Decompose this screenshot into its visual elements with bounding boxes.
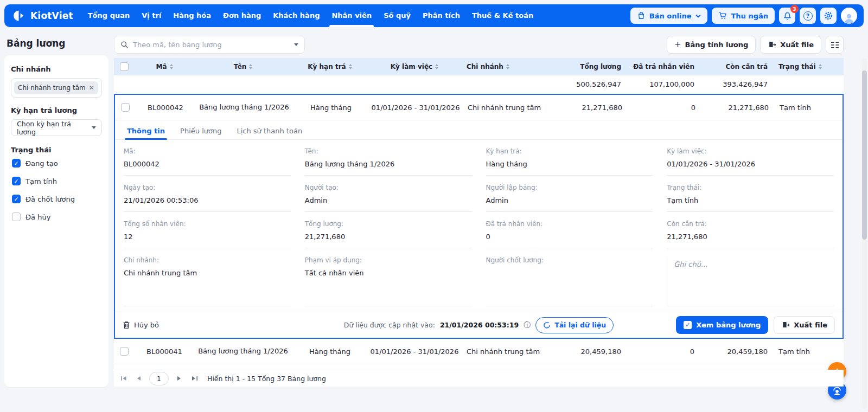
branch-tag: Chi nhánh trung tâm ✕ <box>14 81 98 94</box>
settings-button[interactable] <box>820 8 837 24</box>
export-file-button[interactable]: Xuất file <box>760 36 821 54</box>
column-header[interactable]: Mã <box>135 63 194 70</box>
reload-data-button[interactable]: Tải lại dữ liệu <box>535 317 614 333</box>
cell-pay-period: Hàng tháng <box>292 347 368 356</box>
detail-fields: Mã: BL000042 Tên: Bảng lương tháng 1/202… <box>115 140 843 312</box>
column-header[interactable]: Kỳ hạn trả <box>292 63 368 70</box>
ban-online-button[interactable]: Bán online <box>630 8 707 24</box>
detail-field-label: Trạng thái: <box>667 184 834 191</box>
status-checkbox[interactable] <box>12 213 21 221</box>
vertical-scrollbar-track[interactable] <box>862 59 867 409</box>
detail-field-value: 01/01/2026 - 31/01/2026 <box>667 160 834 171</box>
pay-period-select[interactable]: Chọn kỳ hạn trả lương <box>11 119 102 136</box>
cancel-payroll-label: Hủy bỏ <box>134 321 159 329</box>
column-header-label: Tổng lương <box>580 63 621 70</box>
detail-field: Phạm vi áp dụng: Tất cả nhân viên <box>305 256 472 306</box>
column-header[interactable]: Tên <box>194 63 292 70</box>
detail-field-label: Tên: <box>305 147 472 155</box>
detail-field: Đã trả nhân viên: 0 <box>486 220 653 248</box>
select-all-checkbox[interactable] <box>120 62 129 71</box>
status-filter-option[interactable]: Đã hủy <box>12 213 102 221</box>
search-box[interactable] <box>114 36 305 54</box>
page-title: Bảng lương <box>7 38 66 49</box>
export-file-label: Xuất file <box>780 41 814 49</box>
help-button[interactable]: ? <box>800 8 816 24</box>
brand-name: KiotViet <box>30 10 73 21</box>
export-detail-button[interactable]: Xuất file <box>774 316 835 334</box>
pagination-bar: 1 Hiển thị 1 - 15 Tổng 37 Bảng lương <box>114 370 844 387</box>
row-checkbox[interactable] <box>121 103 130 112</box>
status-checkbox[interactable]: ✓ <box>12 195 21 203</box>
export-icon <box>768 41 776 49</box>
column-settings-button[interactable] <box>826 36 844 54</box>
table-summary-row: 500,526,947107,100,000393,426,947 <box>114 75 844 93</box>
detail-tabs: Thông tin Phiếu lương Lịch sử thanh toán <box>115 120 843 140</box>
info-icon[interactable]: ⓘ <box>524 320 531 330</box>
updated-at-text: Dữ liệu được cập nhật vào: <box>344 321 435 329</box>
column-header[interactable]: Tổng lương <box>570 63 627 70</box>
notifications-button[interactable]: 3 <box>779 8 795 24</box>
current-page-box[interactable]: 1 <box>149 372 169 385</box>
notes-input[interactable]: Ghi chú... <box>667 256 834 306</box>
column-header[interactable]: Còn cần trả <box>700 63 773 70</box>
detail-field: Kỳ làm việc: 01/01/2026 - 31/01/2026 <box>667 147 834 176</box>
summary-total: 500,526,947 <box>570 80 627 88</box>
filter-sidebar: Chi nhánh Chi nhánh trung tâm ✕ Kỳ hạn t… <box>4 55 108 387</box>
detail-field-label: Tổng số nhân viên: <box>124 220 291 228</box>
pay-period-placeholder: Chọn kỳ hạn trả lương <box>17 120 92 136</box>
nav-item[interactable]: Đơn hàng <box>217 4 267 27</box>
cancel-payroll-button[interactable]: Hủy bỏ <box>123 321 159 329</box>
detail-field: Trạng thái: Tạm tính <box>667 184 834 212</box>
search-caret-icon[interactable] <box>294 43 298 46</box>
nav-item[interactable]: Hàng hóa <box>167 4 217 27</box>
prev-page-button[interactable] <box>132 372 145 385</box>
last-page-button[interactable] <box>188 372 201 385</box>
detail-field-label: Người lập bảng: <box>486 184 653 191</box>
detail-tab[interactable]: Lịch sử thanh toán <box>229 122 310 139</box>
column-header[interactable]: Trạng thái <box>773 63 844 70</box>
status-checkbox[interactable]: ✓ <box>12 159 21 168</box>
thu-ngan-button[interactable]: Thu ngân <box>712 8 775 24</box>
nav-item[interactable]: Số quỹ <box>378 4 417 27</box>
plus-icon: + <box>674 41 681 49</box>
nav-item[interactable]: Vị trí <box>136 4 167 27</box>
branch-filter-input[interactable]: Chi nhánh trung tâm ✕ <box>11 78 102 98</box>
status-filter-option[interactable]: ✓ Đang tạo <box>12 159 102 168</box>
remove-branch-tag-icon[interactable]: ✕ <box>89 85 94 91</box>
next-page-button[interactable] <box>173 372 186 385</box>
column-header[interactable]: Đã trả nhân viên <box>627 63 700 70</box>
create-payroll-label: Bảng tính lương <box>685 41 749 49</box>
user-avatar-button[interactable] <box>841 8 857 24</box>
vertical-scrollbar-thumb[interactable] <box>862 70 867 240</box>
detail-field-value: 21,271,680 <box>667 233 834 243</box>
detail-field-value <box>486 269 653 301</box>
search-input[interactable] <box>133 41 290 49</box>
cell-remaining: 21,271,680 <box>701 104 774 112</box>
nav-item[interactable]: Nhân viên <box>326 4 378 27</box>
nav-item[interactable]: Khách hàng <box>267 4 326 27</box>
detail-field: Người lập bảng: Admin <box>486 184 653 212</box>
nav-item[interactable]: Phân tích <box>417 4 466 27</box>
row-checkbox[interactable] <box>120 347 129 356</box>
nav-item[interactable]: Thuế & Kế toán <box>466 4 539 27</box>
column-header[interactable]: Kỳ làm việc <box>368 63 461 70</box>
table-row[interactable]: BL000042 Bảng lương tháng 1/2026 Hàng th… <box>115 95 843 120</box>
status-checkbox[interactable]: ✓ <box>12 177 21 185</box>
main-menu: Tổng quan Vị trí Hàng hóa Đơn hàng Khách… <box>82 4 539 27</box>
detail-tab[interactable]: Thông tin <box>119 122 173 139</box>
detail-field-value: Chi nhánh trung tâm <box>124 269 291 301</box>
cell-status: Tạm tính <box>773 347 844 356</box>
column-header[interactable]: Chi nhánh <box>461 63 570 70</box>
first-page-button[interactable] <box>117 372 130 385</box>
detail-field: Tổng số nhân viên: 12 <box>124 220 291 248</box>
view-payroll-button[interactable]: ✓ Xem bảng lương <box>676 316 768 334</box>
create-payroll-button[interactable]: + Bảng tính lương <box>667 36 756 54</box>
column-header-label: Mã <box>156 63 167 70</box>
brand-logo[interactable]: KiotViet <box>13 9 73 22</box>
table-row[interactable]: BL000041 Bảng lương tháng 1/2026 Hàng th… <box>114 339 844 364</box>
detail-tab[interactable]: Phiếu lương <box>173 122 229 139</box>
status-filter-option[interactable]: ✓ Tạm tính <box>12 177 102 185</box>
chevron-down-icon <box>695 14 701 18</box>
nav-item[interactable]: Tổng quan <box>82 4 136 27</box>
status-filter-option[interactable]: ✓ Đã chốt lương <box>12 195 102 203</box>
